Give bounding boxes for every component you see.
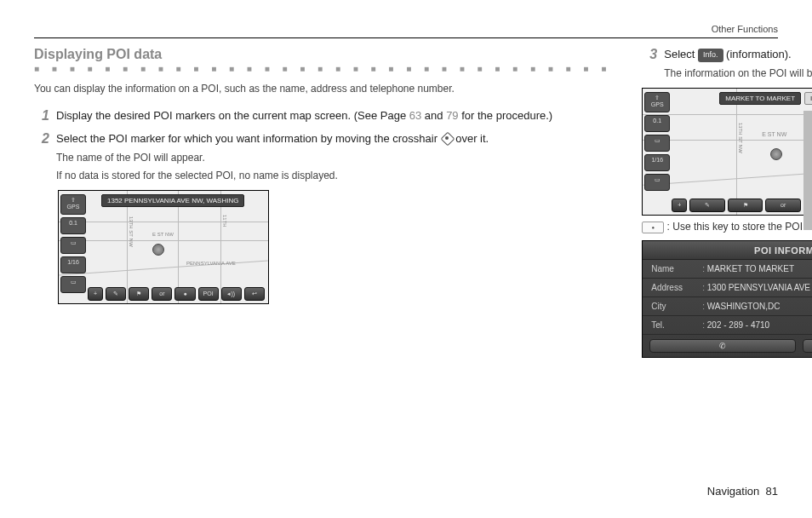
poi-value: MARKET TO MARKET bbox=[702, 264, 794, 273]
store-note-text: : Use this key to store the POI location… bbox=[664, 221, 812, 233]
step-3-text-a: Select bbox=[664, 48, 698, 60]
step-1-text-a: Display the desired POI markers on the c… bbox=[56, 109, 409, 122]
poi-row-address: Address 1300 PENNSYLVANIA AVE NW bbox=[643, 279, 812, 297]
info-button[interactable]: Info. bbox=[804, 92, 812, 105]
edit-button[interactable]: ✎ bbox=[106, 287, 126, 301]
thumb-index-tab bbox=[803, 111, 812, 230]
header-rule bbox=[34, 37, 778, 38]
zoom-in-button[interactable]: + bbox=[88, 287, 103, 301]
info-chip: Info. bbox=[698, 49, 723, 62]
poi-value: WASHINGTON,DC bbox=[702, 302, 780, 311]
gps-button[interactable]: ⇧GPS bbox=[644, 92, 670, 112]
poi-information-panel: POI INFORMATION ↩ Name MARKET TO MARKET … bbox=[642, 240, 812, 358]
map-address-label: 1352 PENNSYLVANIA AVE NW, WASHING bbox=[101, 194, 244, 207]
step-3: 3 Select Info. (information). The inform… bbox=[642, 47, 812, 81]
volume-button[interactable]: ◂)) bbox=[221, 287, 242, 301]
step-number: 3 bbox=[642, 47, 657, 81]
flag-button[interactable]: ⚑ bbox=[129, 287, 149, 301]
footer-page: 81 bbox=[766, 485, 778, 498]
poi-value: 202 - 289 - 4710 bbox=[702, 320, 769, 330]
step-number: 2 bbox=[34, 131, 49, 184]
intro-text: You can display the information on a POI… bbox=[34, 81, 611, 96]
map-poi-label: MARKET TO MARKET bbox=[719, 92, 801, 105]
step-3-note: The information on the POI will be displ… bbox=[664, 66, 812, 81]
poi-label: City bbox=[651, 302, 702, 311]
crosshair-icon bbox=[441, 132, 453, 144]
road-label: PENNSYLVANIA AVE bbox=[186, 261, 236, 266]
poi-marker-icon[interactable] bbox=[770, 148, 782, 160]
footer-section: Navigation bbox=[707, 485, 759, 498]
mode-button[interactable]: ▭ bbox=[60, 276, 86, 293]
edit-button[interactable]: ✎ bbox=[689, 199, 725, 212]
store-point-button[interactable]: ● bbox=[803, 339, 812, 353]
step-1-text-b: for the procedure.) bbox=[459, 109, 553, 122]
zoom-in-button[interactable]: + bbox=[672, 199, 687, 212]
store-button[interactable]: ● bbox=[174, 287, 195, 301]
store-key-note: : Use this key to store the POI location… bbox=[642, 221, 812, 233]
zoom-scale-button[interactable]: 1/16 bbox=[644, 154, 670, 171]
zoom-scale-button[interactable]: 1/16 bbox=[60, 256, 86, 273]
poi-label: Name bbox=[651, 264, 702, 273]
breadcrumb: Other Functions bbox=[712, 24, 778, 34]
page-ref-63: 63 bbox=[409, 109, 421, 122]
poi-panel-title: POI INFORMATION bbox=[754, 245, 812, 256]
road-label: 13TH ST NW bbox=[129, 216, 134, 247]
road-label: E ST NW bbox=[762, 131, 786, 137]
or-button[interactable]: or bbox=[152, 287, 172, 301]
road-label: E ST NW bbox=[152, 232, 174, 237]
route-button[interactable]: ▭ bbox=[60, 237, 86, 254]
back-button[interactable]: ↩ bbox=[244, 287, 265, 301]
section-title: Displaying POI data bbox=[34, 47, 611, 62]
step-number: 1 bbox=[34, 108, 49, 124]
road-label: 13TH ST NW bbox=[738, 123, 743, 153]
title-dots: ■ ■ ■ ■ ■ ■ ■ ■ ■ ■ ■ ■ ■ ■ ■ ■ ■ ■ ■ ■ … bbox=[34, 66, 611, 72]
poi-label: Tel. bbox=[651, 320, 702, 330]
map-screenshot-2: E ST NW F ST NW PENNSYLVANIA AVE 13TH ST… bbox=[642, 88, 812, 216]
step-2-note-2: If no data is stored for the selected PO… bbox=[56, 169, 611, 183]
flag-button[interactable]: ⚑ bbox=[728, 199, 763, 212]
step-2-note-1: The name of the POI will appear. bbox=[56, 151, 611, 165]
step-1-mid: and bbox=[421, 109, 446, 122]
poi-row-name: Name MARKET TO MARKET bbox=[643, 260, 812, 279]
mode-button[interactable]: ▭ bbox=[644, 174, 670, 191]
scale-button[interactable]: 0.1 bbox=[60, 217, 86, 234]
page-footer: Navigation 81 bbox=[707, 485, 778, 498]
step-1: 1 Display the desired POI markers on the… bbox=[34, 108, 611, 124]
gps-button[interactable]: ⇧GPS bbox=[60, 194, 86, 215]
poi-label: Address bbox=[651, 283, 702, 292]
poi-row-city: City WASHINGTON,DC bbox=[643, 297, 812, 316]
step-2: 2 Select the POI marker for which you wa… bbox=[34, 131, 611, 184]
or-button[interactable]: or bbox=[765, 199, 801, 212]
poi-value: 1300 PENNSYLVANIA AVE NW bbox=[702, 283, 812, 292]
poi-row-tel: Tel. 202 - 289 - 4710 bbox=[643, 316, 812, 335]
step-2-text-a: Select the POI marker for which you want… bbox=[56, 132, 441, 145]
page-ref-79: 79 bbox=[446, 109, 458, 122]
poi-button[interactable]: POI bbox=[198, 287, 219, 301]
store-key-icon bbox=[642, 222, 664, 233]
step-2-text-b: over it. bbox=[453, 132, 489, 145]
call-button[interactable]: ✆ bbox=[649, 339, 796, 353]
route-button[interactable]: ▭ bbox=[644, 135, 670, 152]
scale-button[interactable]: 0.1 bbox=[644, 115, 670, 132]
poi-marker-icon[interactable] bbox=[152, 244, 164, 256]
step-3-text-b: (information). bbox=[723, 48, 792, 60]
road-label: 11TH bbox=[222, 215, 227, 227]
map-screenshot-1: 13TH ST NW 11TH E ST NW PENNSYLVANIA AVE… bbox=[58, 190, 269, 304]
